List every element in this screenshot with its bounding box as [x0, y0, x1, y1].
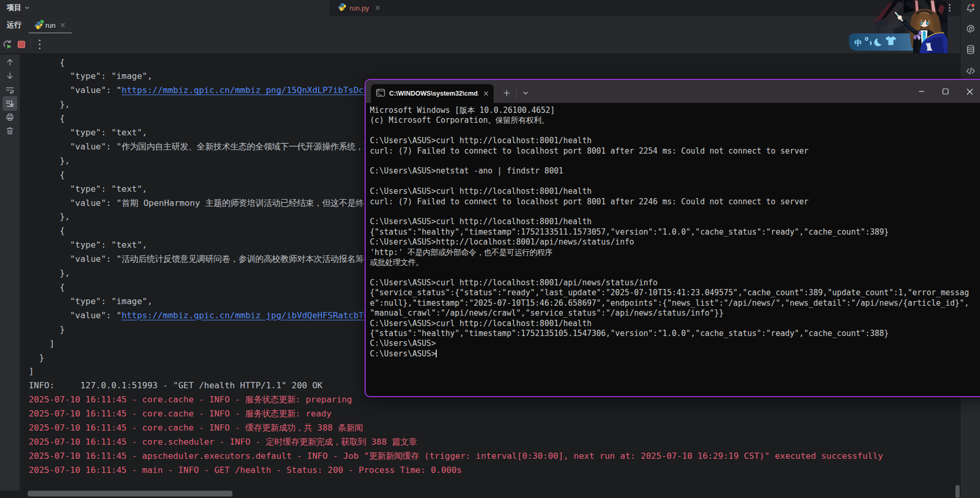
python-run-icon [34, 21, 43, 29]
run-toolbar-buttons [1, 34, 46, 54]
run-toolbar [0, 33, 960, 54]
arrow-up-icon [5, 57, 15, 67]
minimize-icon [918, 88, 925, 95]
stop-button[interactable] [15, 38, 28, 51]
ai-assistant-button[interactable] [963, 21, 978, 36]
vertical-scrollbar-thumb[interactable] [955, 485, 960, 498]
cmd-terminal-body[interactable]: Microsoft Windows [版本 10.0.26100.4652](c… [366, 103, 980, 396]
cmd-terminal-text: Microsoft Windows [版本 10.0.26100.4652](c… [370, 106, 969, 359]
cmd-line: C:\Users\ASUS> [370, 339, 969, 349]
cmd-line: (c) Microsoft Corporation。保留所有权利。 [370, 115, 969, 125]
close-icon [966, 88, 973, 95]
console-hyperlink[interactable]: https://mmbiz.qpic.cn/mmbiz_jpg/ibVdQeHF… [122, 310, 369, 320]
scroll-to-end-icon [5, 99, 15, 108]
bell-icon [965, 3, 976, 14]
database-button[interactable] [963, 42, 978, 57]
maximize-icon [942, 88, 949, 95]
console-hyperlink[interactable]: https://mmbiz.qpic.cn/mmbiz_png/15QnXdLP… [122, 85, 369, 95]
cmd-tab-title: C:\WINDOWS\system32\cmd.e [389, 90, 479, 97]
cmd-window-controls [909, 80, 980, 103]
terminal-cursor [436, 350, 437, 357]
rerun-button[interactable] [1, 38, 14, 51]
console-gutter-toolbar [0, 54, 20, 491]
down-stacktrace-button[interactable] [3, 68, 17, 83]
arrow-down-icon [5, 71, 15, 80]
code-tags-icon [965, 66, 976, 76]
main-toolbar: 项目 run.py [0, 0, 980, 16]
cmd-line: C:\Users\ASUS>curl http://localhost:8001… [370, 136, 969, 146]
notifications-button[interactable] [963, 1, 978, 16]
ime-mode-chinese[interactable]: 中 [855, 38, 862, 48]
cmd-line: C:\Users\ASUS>curl http://localhost:8001… [370, 319, 969, 329]
stop-icon [17, 40, 26, 49]
run-toolwindow-header: 运行 run [0, 16, 960, 33]
cmd-line: 'http:' 不是内部或外部命令，也不是可运行的程序 [370, 248, 969, 258]
ime-skin-character: 中 [842, 0, 948, 53]
ai-assistant-icon [965, 24, 976, 34]
endpoints-button[interactable] [963, 64, 978, 78]
editor-tab-runpy[interactable]: run.py [334, 0, 385, 16]
cmd-line [370, 207, 969, 217]
print-button[interactable] [3, 110, 17, 124]
close-icon[interactable] [375, 5, 381, 11]
cmd-line: C:\Users\ASUS>netstat -ano | findstr 800… [370, 166, 969, 176]
run-toolwindow-title: 运行 [7, 16, 21, 34]
cmd-line: {"status":"healthy","timestamp":17521335… [370, 227, 969, 237]
rerun-icon [2, 39, 13, 50]
minimize-button[interactable] [909, 80, 934, 103]
cmd-line: C:\Users\ASUS>curl http://localhost:8001… [370, 187, 969, 196]
plus-icon [503, 89, 511, 97]
printer-icon [5, 112, 15, 122]
tab-dropdown-button[interactable] [518, 85, 533, 101]
database-icon [965, 44, 976, 55]
cmd-tab[interactable]: C:\WINDOWS\system32\cmd.e [371, 84, 494, 103]
pycharm-window: 项目 run.py 运行 run [0, 0, 980, 498]
cmd-line: C:\Users\ASUS>http://localhost:8001/api/… [370, 237, 969, 247]
running-indicator-dot [40, 19, 44, 24]
ime-moon-icon[interactable] [874, 39, 882, 47]
main-toolbar-left: 项目 [0, 0, 330, 16]
console-line: 2025-07-10 16:11:45 - apscheduler.execut… [29, 449, 883, 464]
cmd-window: C:\WINDOWS\system32\cmd.e [365, 79, 980, 397]
more-options-kebab-button[interactable] [33, 38, 46, 51]
horizontal-scrollbar-thumb[interactable] [28, 491, 232, 496]
scroll-to-end-button[interactable] [3, 96, 17, 111]
close-window-button[interactable] [958, 80, 980, 103]
soft-wrap-button[interactable] [3, 83, 17, 97]
cmd-line: {"service_status":{"status":"ready","las… [370, 288, 969, 298]
editor-tab-label: run.py [349, 4, 369, 12]
soft-wrap-icon [5, 85, 15, 95]
tabbar-separator [516, 87, 517, 99]
cmd-line: C:\Users\ASUS>curl http://localhost:8001… [370, 217, 969, 227]
cmd-prompt-icon [376, 88, 385, 99]
cmd-icon [376, 88, 385, 97]
console-line: { [29, 56, 883, 70]
new-tab-button[interactable] [499, 85, 515, 101]
cmd-titlebar[interactable]: C:\WINDOWS\system32\cmd.e [366, 80, 980, 103]
clear-console-button[interactable] [3, 123, 17, 138]
cmd-line: {"status":"healthy","timestamp":17521351… [370, 329, 969, 339]
run-config-tab[interactable]: run [28, 16, 72, 34]
cmd-line [370, 126, 969, 136]
console-line: 2025-07-10 16:11:45 - core.cache - INFO … [29, 421, 883, 435]
trash-icon [5, 126, 15, 135]
run-config-tab-label: run [45, 21, 56, 29]
python-logo [338, 3, 346, 11]
cmd-line [370, 177, 969, 187]
cmd-line: C:\Users\ASUS>curl http://localhost:8001… [370, 278, 969, 288]
up-stacktrace-button[interactable] [3, 55, 17, 70]
chevron-down-icon [522, 90, 529, 96]
cmd-line: 或批处理文件。 [370, 258, 969, 268]
close-icon[interactable] [60, 22, 66, 28]
python-file-icon [338, 3, 346, 13]
anime-character-amiya: 中 [842, 0, 948, 53]
cmd-line: curl: (7) Failed to connect to localhost… [370, 197, 969, 207]
cmd-line [370, 156, 969, 166]
cmd-line [370, 268, 969, 278]
close-icon[interactable] [483, 90, 489, 97]
project-widget[interactable]: 项目 [7, 0, 30, 16]
project-widget-label: 项目 [7, 3, 21, 13]
console-line: 2025-07-10 16:11:45 - core.cache - INFO … [29, 407, 883, 421]
console-line: 2025-07-10 16:11:45 - core.scheduler - I… [29, 435, 883, 449]
maximize-button[interactable] [934, 80, 958, 103]
